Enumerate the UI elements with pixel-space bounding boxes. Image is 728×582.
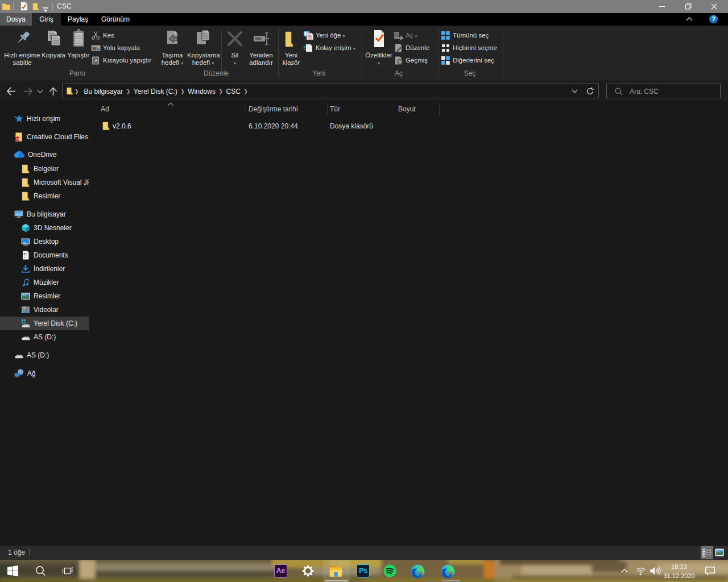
svg-text:W: W bbox=[92, 46, 97, 51]
